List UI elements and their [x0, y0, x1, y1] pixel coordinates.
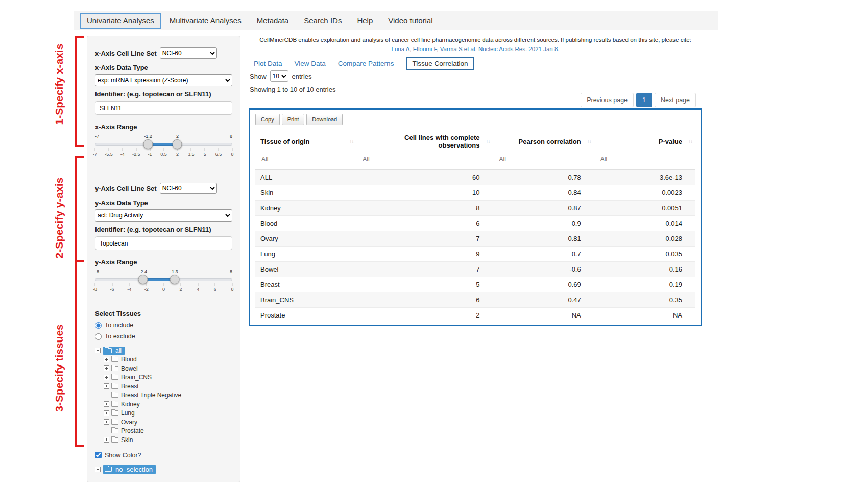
- y-cell-line-set-select[interactable]: NCI-60: [160, 183, 217, 194]
- expand-icon[interactable]: [104, 357, 109, 362]
- nav-tab-univariate-analyses[interactable]: Univariate Analyses: [80, 13, 161, 29]
- expand-icon[interactable]: [104, 437, 109, 443]
- table-row-breast[interactable]: Breast50.690.19: [255, 277, 695, 292]
- copy-button[interactable]: Copy: [255, 114, 280, 125]
- x-data-type-label: x-Axis Data Type: [95, 64, 232, 71]
- table-row-ovary[interactable]: Ovary70.810.028: [255, 231, 695, 247]
- tree-item-ovary[interactable]: Ovary: [104, 418, 232, 427]
- cell-value: 0.78: [493, 170, 594, 185]
- tree-item-label: Breast Triple Negative: [121, 392, 181, 399]
- filter-input-cell-lines-with-complete-observations[interactable]: [361, 155, 438, 164]
- current-page-button[interactable]: 1: [636, 93, 652, 107]
- tree-item-skin[interactable]: Skin: [104, 435, 232, 445]
- entries-select[interactable]: 10: [270, 70, 288, 82]
- nav-tab-help[interactable]: Help: [350, 13, 379, 29]
- tree-item-bowel[interactable]: Bowel: [104, 364, 232, 373]
- citation-link[interactable]: Luna A, Elloumi F, Varma S et al. Nuclei…: [249, 46, 702, 52]
- filter-input-tissue-of-origin[interactable]: [260, 155, 336, 164]
- cell-value: 2: [356, 308, 493, 323]
- column-header-cell-lines-with-complete-observations[interactable]: Cell lines with complete observations↑↓: [356, 129, 493, 154]
- next-page-button[interactable]: Next page: [655, 93, 696, 107]
- previous-page-button[interactable]: Previous page: [581, 93, 634, 107]
- cell-tissue: Blood: [255, 216, 356, 231]
- y-identifier-input[interactable]: [95, 236, 232, 250]
- print-button[interactable]: Print: [282, 114, 305, 125]
- slider-tick-label: 0.5: [160, 152, 167, 157]
- tree-item-label: Blood: [121, 356, 137, 363]
- sort-icon[interactable]: ↑↓: [349, 139, 353, 144]
- y-identifier-label: Identifier: (e.g. topotecan or SLFN11): [95, 226, 232, 233]
- column-header-pearson-correlation[interactable]: Pearson correlation↑↓: [493, 129, 594, 154]
- header-row: Tissue of origin↑↓Cell lines with comple…: [255, 129, 695, 154]
- slider-tick-label: 0: [162, 287, 165, 292]
- table-row-lung[interactable]: Lung90.70.035: [255, 247, 695, 262]
- to-include-radio[interactable]: [95, 322, 102, 329]
- y-axis-range-slider[interactable]: -88-2.41.3-8-6-4-202468: [95, 270, 232, 295]
- cell-value: 0.87: [493, 201, 594, 216]
- to-exclude-option[interactable]: To exclude: [95, 333, 232, 340]
- to-include-option[interactable]: To include: [95, 322, 232, 329]
- slider-handle-to[interactable]: [170, 275, 180, 284]
- slider-tick: [181, 283, 181, 286]
- table-row-all[interactable]: ALL600.783.6e-13: [255, 170, 695, 185]
- expand-icon[interactable]: [104, 410, 109, 416]
- filter-input-p-value[interactable]: [599, 155, 676, 164]
- tree-item-kidney[interactable]: Kidney: [104, 400, 232, 409]
- table-row-blood[interactable]: Blood60.90.014: [255, 216, 695, 231]
- tree-root-label: all: [115, 347, 122, 354]
- nav-tab-multivariate-analyses[interactable]: Multivariate Analyses: [163, 13, 248, 29]
- table-row-brain-cns[interactable]: Brain_CNS60.470.35: [255, 292, 695, 308]
- cell-value: 7: [356, 231, 493, 247]
- tree-root-all[interactable]: all: [95, 346, 232, 355]
- expand-icon[interactable]: [104, 419, 109, 425]
- sort-icon[interactable]: ↑↓: [486, 139, 490, 144]
- cell-value: 0.69: [493, 277, 594, 292]
- x-identifier-input[interactable]: [95, 101, 232, 115]
- column-header-tissue-of-origin[interactable]: Tissue of origin↑↓: [255, 129, 356, 154]
- expand-icon[interactable]: [104, 401, 109, 407]
- table-row-prostate[interactable]: Prostate2NANA: [255, 308, 695, 323]
- tree-item-prostate[interactable]: Prostate: [104, 427, 232, 436]
- expand-icon[interactable]: [104, 383, 109, 389]
- slider-handle-from[interactable]: [138, 275, 148, 284]
- nav-tab-search-ids[interactable]: Search IDs: [297, 13, 348, 29]
- sort-icon[interactable]: ↑↓: [688, 139, 692, 144]
- show-color-checkbox[interactable]: [95, 452, 102, 458]
- tree-root-chip[interactable]: all: [103, 347, 125, 355]
- tab-compare-patterns[interactable]: Compare Patterns: [338, 60, 394, 67]
- download-button[interactable]: Download: [306, 114, 343, 125]
- no-selection-chip[interactable]: no_selection: [103, 465, 156, 474]
- table-row-kidney[interactable]: Kidney80.870.0051: [255, 201, 695, 216]
- x-identifier-label: Identifier: (e.g. topotecan or SLFN11): [95, 90, 232, 98]
- tree-item-brain-cns[interactable]: Brain_CNS: [104, 373, 232, 382]
- sort-icon[interactable]: ↑↓: [587, 139, 591, 144]
- cell-value: 0.0051: [594, 201, 695, 216]
- filter-input-pearson-correlation[interactable]: [498, 155, 574, 164]
- tree-no-selection[interactable]: no_selection: [95, 465, 232, 474]
- slider-tick-label: -7: [93, 152, 97, 157]
- x-cell-line-set-select[interactable]: NCI-60: [160, 47, 217, 59]
- tab-tissue-correlation[interactable]: Tissue Correlation: [406, 57, 474, 70]
- nav-tab-video-tutorial[interactable]: Video tutorial: [381, 13, 439, 29]
- collapse-icon[interactable]: [95, 348, 101, 353]
- nav-tab-metadata[interactable]: Metadata: [250, 13, 296, 29]
- tab-view-data[interactable]: View Data: [295, 60, 326, 67]
- y-data-type-select[interactable]: act: Drug Activity: [95, 209, 232, 222]
- show-color-option[interactable]: Show Color?: [95, 452, 232, 459]
- tree-item-lung[interactable]: Lung: [104, 409, 232, 418]
- tab-plot-data[interactable]: Plot Data: [254, 60, 282, 67]
- slider-handle-to[interactable]: [173, 139, 182, 149]
- tree-item-breast-triple-negative[interactable]: Breast Triple Negative: [104, 391, 232, 400]
- expand-icon[interactable]: [104, 365, 109, 371]
- to-exclude-radio[interactable]: [95, 333, 102, 340]
- column-header-p-value[interactable]: P-value↑↓: [594, 129, 695, 154]
- x-axis-range-slider[interactable]: -78-1.22-7-5.5-4-2.5-10.523.556.58: [95, 135, 232, 159]
- x-data-type-select[interactable]: exp: mRNA Expression (Z-Score): [95, 74, 232, 86]
- tree-item-blood[interactable]: Blood: [104, 355, 232, 364]
- tree-item-breast[interactable]: Breast: [104, 382, 232, 391]
- slider-handle-from[interactable]: [143, 139, 153, 149]
- expand-icon[interactable]: [95, 467, 101, 472]
- expand-icon[interactable]: [104, 375, 109, 380]
- table-row-bowel[interactable]: Bowel7-0.60.16: [255, 262, 695, 277]
- table-row-skin[interactable]: Skin100.840.0023: [255, 185, 695, 201]
